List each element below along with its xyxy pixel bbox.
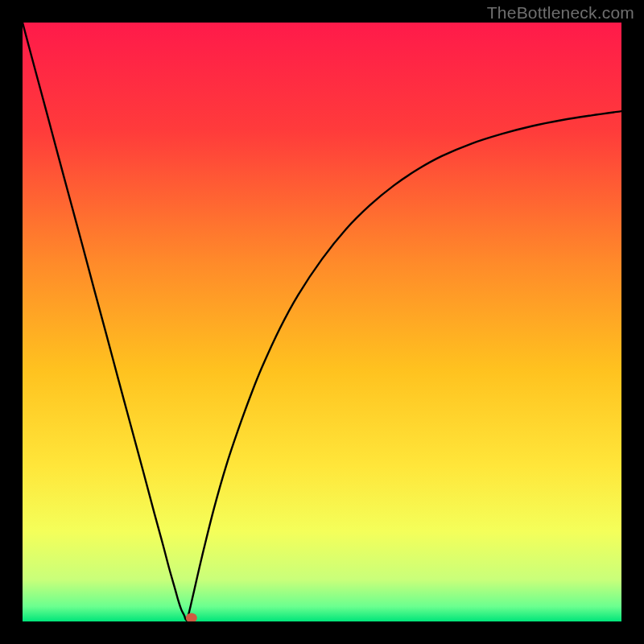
bottleneck-chart xyxy=(23,23,621,621)
watermark-label: TheBottleneck.com xyxy=(487,3,634,23)
chart-background xyxy=(23,23,621,621)
chart-frame xyxy=(23,23,621,621)
